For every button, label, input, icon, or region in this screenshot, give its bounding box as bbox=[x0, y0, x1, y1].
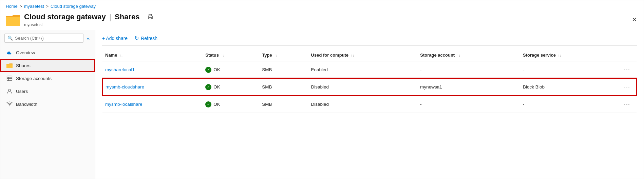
col-status: Status ↑↓ bbox=[203, 49, 259, 61]
toolbar: + Add share ↻ Refresh bbox=[102, 30, 637, 46]
refresh-label: Refresh bbox=[141, 36, 157, 41]
status-ok-icon: ✓ bbox=[205, 84, 211, 90]
add-share-button[interactable]: + Add share bbox=[102, 36, 128, 41]
close-button[interactable]: ✕ bbox=[630, 15, 638, 25]
page-header: Cloud storage gateway | Shares myasetest bbox=[0, 11, 644, 30]
cell-type: SMB bbox=[259, 61, 308, 79]
search-icon: 🔍 bbox=[7, 36, 13, 41]
cloud-icon bbox=[6, 49, 13, 56]
nav-item-label-storage-accounts: Storage accounts bbox=[16, 76, 52, 81]
breadcrumb-myasetest[interactable]: myasetest bbox=[24, 4, 44, 9]
cell-storage-service: Block Blob bbox=[520, 78, 619, 96]
cell-status: ✓ OK bbox=[203, 78, 259, 96]
search-input-wrap: 🔍 bbox=[4, 34, 83, 43]
col-type: Type ↑↓ bbox=[259, 49, 308, 61]
cell-more: ··· bbox=[619, 96, 637, 113]
nav-items: Overview Shares Storage accounts Users B… bbox=[0, 46, 95, 111]
svg-point-13 bbox=[9, 105, 10, 106]
svg-rect-1 bbox=[6, 17, 20, 26]
cell-storage-service: - bbox=[520, 61, 619, 79]
wifi-icon bbox=[6, 101, 13, 107]
breadcrumb-sep1: > bbox=[20, 4, 22, 9]
more-options-button[interactable]: ··· bbox=[622, 100, 632, 108]
cell-storage-account: - bbox=[417, 61, 520, 79]
svg-point-5 bbox=[149, 17, 150, 17]
table-wrap: Name ↑↓ Status ↑↓ Type ↑↓ Used for compu… bbox=[102, 46, 637, 113]
col-name: Name ↑↓ bbox=[102, 49, 203, 61]
col-storage-account: Storage account ↑↓ bbox=[417, 49, 520, 61]
sidebar-item-shares[interactable]: Shares bbox=[0, 59, 95, 72]
cell-status: ✓ OK bbox=[203, 61, 259, 79]
nav-item-label-users: Users bbox=[16, 89, 28, 94]
col-compute: Used for compute ↑↓ bbox=[308, 49, 418, 61]
main-container: Home > myasetest > Cloud storage gateway… bbox=[0, 0, 644, 179]
col-storage-service: Storage service ↑↓ bbox=[520, 49, 619, 61]
cell-storage-account: mynewsa1 bbox=[417, 78, 520, 96]
svg-rect-7 bbox=[6, 64, 13, 68]
body: 🔍 « Overview Shares Storage accounts Use… bbox=[0, 30, 644, 179]
cell-name: mysmb-cloudshare bbox=[102, 78, 203, 96]
cell-name: mysmb-localshare bbox=[102, 96, 203, 113]
cell-storage-service: - bbox=[520, 96, 619, 113]
header-subtitle: myasetest bbox=[24, 22, 155, 27]
cell-storage-account: - bbox=[417, 96, 520, 113]
nav-item-label-shares: Shares bbox=[16, 63, 31, 68]
svg-rect-3 bbox=[149, 14, 152, 16]
svg-rect-8 bbox=[7, 76, 12, 81]
cell-type: SMB bbox=[259, 96, 308, 113]
table-row[interactable]: mysmb-localshare ✓ OK SMB Disabled - - ·… bbox=[102, 96, 637, 113]
svg-rect-4 bbox=[149, 18, 152, 19]
content-area: + Add share ↻ Refresh Name ↑↓ Status ↑↓ … bbox=[95, 30, 644, 179]
cell-compute: Enabled bbox=[308, 61, 418, 79]
shares-table: Name ↑↓ Status ↑↓ Type ↑↓ Used for compu… bbox=[102, 49, 637, 113]
sidebar-item-storage-accounts[interactable]: Storage accounts bbox=[0, 72, 95, 85]
status-ok-icon: ✓ bbox=[205, 101, 211, 107]
sidebar-item-overview[interactable]: Overview bbox=[0, 46, 95, 59]
page-title: Cloud storage gateway | Shares bbox=[24, 12, 155, 22]
status-ok-wrap: ✓ OK bbox=[205, 101, 255, 107]
nav-item-label-overview: Overview bbox=[16, 50, 35, 55]
refresh-button[interactable]: ↻ Refresh bbox=[134, 35, 157, 41]
nav-item-label-bandwidth: Bandwidth bbox=[16, 102, 37, 107]
header-left: Cloud storage gateway | Shares myasetest bbox=[6, 12, 155, 27]
title-text: Cloud storage gateway bbox=[24, 13, 106, 21]
status-text: OK bbox=[213, 67, 220, 72]
print-button[interactable] bbox=[146, 12, 155, 22]
cell-compute: Disabled bbox=[308, 96, 418, 113]
refresh-icon: ↻ bbox=[134, 35, 139, 41]
table-row[interactable]: mysmb-cloudshare ✓ OK SMB Disabled mynew… bbox=[102, 78, 637, 96]
table-icon bbox=[6, 75, 13, 81]
sidebar-item-bandwidth[interactable]: Bandwidth bbox=[0, 98, 95, 111]
cell-name: mysharelocal1 bbox=[102, 61, 203, 79]
breadcrumb: Home > myasetest > Cloud storage gateway bbox=[0, 0, 644, 11]
table-body: mysharelocal1 ✓ OK SMB Enabled - - ··· m… bbox=[102, 61, 637, 113]
status-ok-wrap: ✓ OK bbox=[205, 84, 255, 90]
cell-status: ✓ OK bbox=[203, 96, 259, 113]
status-text: OK bbox=[213, 102, 220, 107]
header-title-section: Cloud storage gateway | Shares myasetest bbox=[24, 12, 155, 27]
status-ok-icon: ✓ bbox=[205, 67, 211, 73]
cell-compute: Disabled bbox=[308, 78, 418, 96]
breadcrumb-sep2: > bbox=[46, 4, 49, 9]
title-divider: | bbox=[109, 12, 111, 22]
cell-more: ··· bbox=[619, 78, 637, 96]
cell-more: ··· bbox=[619, 61, 637, 79]
collapse-button[interactable]: « bbox=[86, 35, 91, 42]
more-options-button[interactable]: ··· bbox=[622, 65, 632, 74]
breadcrumb-current[interactable]: Cloud storage gateway bbox=[51, 4, 96, 9]
sidebar: 🔍 « Overview Shares Storage accounts Use… bbox=[0, 30, 95, 179]
status-text: OK bbox=[213, 84, 220, 90]
folder-icon bbox=[6, 62, 13, 68]
table-header-row: Name ↑↓ Status ↑↓ Type ↑↓ Used for compu… bbox=[102, 49, 637, 61]
cell-type: SMB bbox=[259, 78, 308, 96]
sidebar-item-users[interactable]: Users bbox=[0, 85, 95, 98]
search-row: 🔍 « bbox=[4, 34, 91, 43]
table-row[interactable]: mysharelocal1 ✓ OK SMB Enabled - - ··· bbox=[102, 61, 637, 79]
svg-point-12 bbox=[8, 89, 11, 91]
folder-icon bbox=[6, 14, 20, 26]
status-ok-wrap: ✓ OK bbox=[205, 67, 255, 73]
search-input[interactable] bbox=[15, 36, 80, 41]
breadcrumb-home[interactable]: Home bbox=[6, 4, 18, 9]
col-actions bbox=[619, 49, 637, 61]
more-options-button[interactable]: ··· bbox=[622, 83, 632, 91]
